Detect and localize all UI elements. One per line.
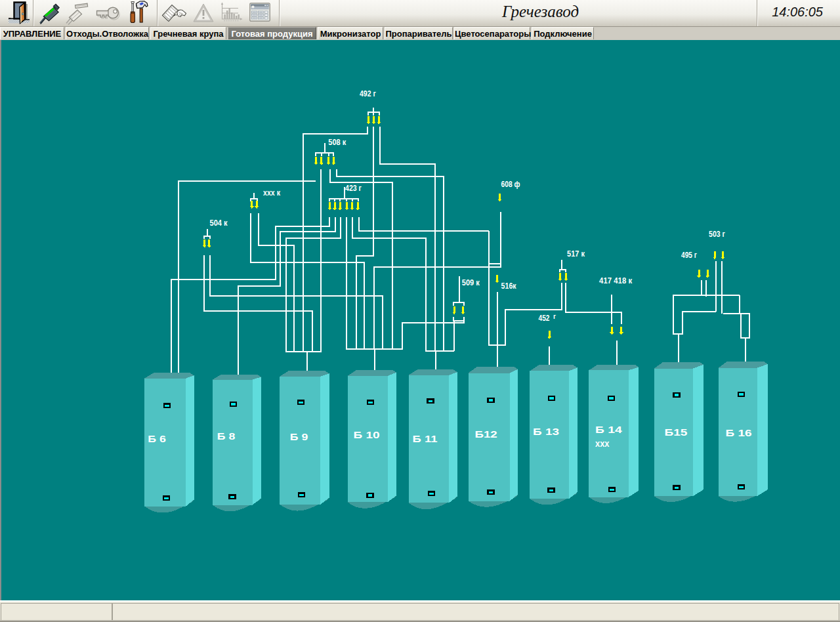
svg-text:Б 11: Б 11 <box>413 433 438 444</box>
svg-text:Б 10: Б 10 <box>354 429 380 440</box>
svg-text:г: г <box>553 313 556 320</box>
svg-text:503 г: 503 г <box>709 229 725 239</box>
svg-text:495 г: 495 г <box>681 250 697 260</box>
svg-text:452: 452 <box>539 313 550 323</box>
svg-text:Б 8: Б 8 <box>217 430 236 442</box>
svg-text:xxx к: xxx к <box>263 188 280 197</box>
svg-text:Б 13: Б 13 <box>533 426 559 437</box>
svg-text:Б 16: Б 16 <box>726 427 752 438</box>
svg-text:Б 6: Б 6 <box>148 433 166 444</box>
svg-text:508 к: 508 к <box>328 137 346 147</box>
svg-text:Б12: Б12 <box>474 428 497 440</box>
svg-text:608 ф: 608 ф <box>501 179 520 189</box>
svg-text:492 г: 492 г <box>360 89 376 98</box>
svg-text:Б 9: Б 9 <box>290 431 308 442</box>
svg-text:516к: 516к <box>501 281 516 291</box>
svg-text:509 к: 509 к <box>462 278 480 287</box>
svg-text:Б15: Б15 <box>665 426 688 438</box>
svg-text:xxx: xxx <box>595 438 610 449</box>
svg-text:423 г: 423 г <box>345 183 362 193</box>
svg-text:Б 14: Б 14 <box>595 424 623 435</box>
svg-text:517 к: 517 к <box>567 249 585 259</box>
svg-text:504 к: 504 к <box>210 218 228 228</box>
svg-text:417 418 к: 417 418 к <box>599 276 632 285</box>
